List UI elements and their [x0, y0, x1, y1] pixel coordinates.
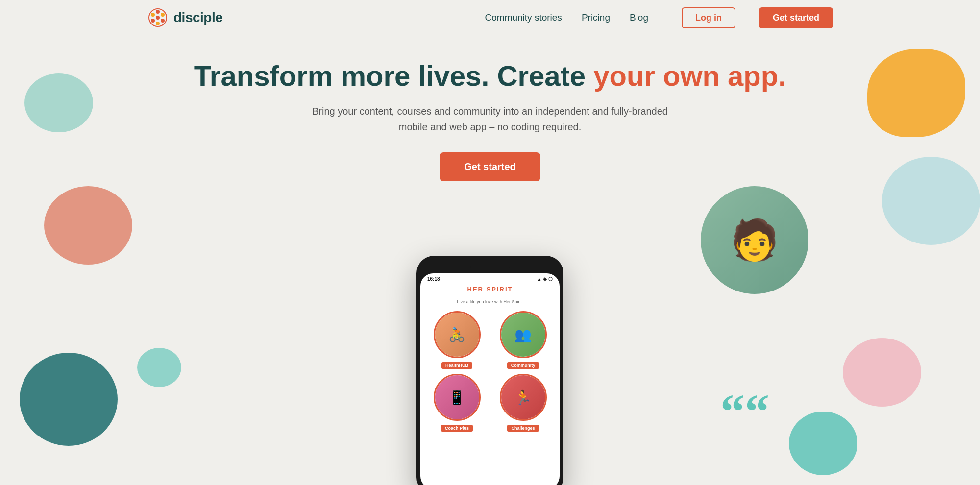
spirit-text: SPIRIT: [484, 286, 513, 293]
blob-salmon: [44, 186, 132, 265]
phone-screen: 16:18 ▲ ◈ ⬡ HER SPIRIT Live a life you l…: [420, 273, 560, 485]
get-started-hero-button[interactable]: Get started: [440, 152, 540, 181]
nav-pricing[interactable]: Pricing: [582, 12, 610, 23]
svg-point-6: [151, 19, 155, 23]
hero-title: Transform more lives. Create your own ap…: [10, 60, 970, 93]
her-text: HER: [467, 286, 484, 293]
disciple-logo-icon: [147, 7, 169, 28]
navbar: disciple Community stories Pricing Blog …: [0, 0, 980, 35]
challenges-label: Challenges: [507, 425, 539, 432]
phone-grid-item-2: 👥 Community: [492, 311, 554, 369]
logo-text: disciple: [173, 10, 222, 25]
person-placeholder: 🧑: [701, 186, 808, 294]
quote-mark: ““: [720, 387, 769, 436]
login-button[interactable]: Log in: [682, 7, 735, 28]
phone-grid-item-1: 🚴 HealthHUB: [426, 311, 488, 369]
svg-point-3: [161, 13, 165, 17]
healthhub-label: HealthHUB: [441, 362, 472, 369]
blob-teal-small: [137, 348, 181, 387]
nav-blog[interactable]: Blog: [630, 12, 648, 23]
hero-title-part1: Transform more lives. Create: [194, 60, 594, 92]
svg-point-5: [156, 22, 160, 25]
phone-tagline: Live a life you love with Her Spirit.: [420, 296, 560, 307]
nav-community-stories[interactable]: Community stories: [485, 12, 562, 23]
phone-grid-item-4: 🏃 Challenges: [492, 374, 554, 432]
hero-subtitle: Bring your content, courses and communit…: [299, 103, 681, 135]
svg-point-2: [156, 10, 160, 14]
blob-teal-dark: [20, 353, 118, 446]
phone-status-bar: 16:18 ▲ ◈ ⬡: [420, 273, 560, 283]
coachplus-label: Coach Plus: [441, 425, 473, 432]
blob-pink: [843, 338, 921, 407]
hero-title-highlight: your own app.: [593, 60, 786, 92]
phone-notch: [470, 262, 510, 271]
svg-point-7: [151, 13, 155, 17]
her-spirit-logo: HER SPIRIT: [425, 286, 555, 293]
phone-circle-challenges: 🏃: [500, 374, 547, 421]
community-image: 👥: [501, 313, 545, 357]
phone-icons: ▲ ◈ ⬡: [537, 276, 553, 282]
coachplus-image: 📱: [435, 375, 479, 419]
phone-app-header: HER SPIRIT: [420, 283, 560, 296]
phone-time: 16:18: [427, 276, 440, 282]
community-label: Community: [507, 362, 539, 369]
challenges-image: 🏃: [501, 375, 545, 419]
phone-circle-community: 👥: [500, 311, 547, 358]
phone-circle-coachplus: 📱: [434, 374, 481, 421]
healthhub-image: 🚴: [435, 313, 479, 357]
phone-grid: 🚴 HealthHUB 👥 Community 📱 Coach Plus: [420, 307, 560, 436]
logo-area: disciple: [147, 7, 222, 28]
svg-point-8: [156, 16, 160, 20]
svg-point-4: [161, 19, 165, 23]
get-started-nav-button[interactable]: Get started: [759, 7, 833, 28]
phone-circle-healthhub: 🚴: [434, 311, 481, 358]
nav-links: Community stories Pricing Blog: [485, 12, 648, 23]
phone-grid-item-3: 📱 Coach Plus: [426, 374, 488, 432]
phone-frame: 16:18 ▲ ◈ ⬡ HER SPIRIT Live a life you l…: [416, 256, 564, 485]
hero-section: Transform more lives. Create your own ap…: [0, 35, 980, 181]
phone-mockup-area: 16:18 ▲ ◈ ⬡ HER SPIRIT Live a life you l…: [416, 256, 564, 485]
person-photo-circle: 🧑: [701, 186, 808, 294]
blob-teal-bottom-right: [789, 412, 858, 475]
